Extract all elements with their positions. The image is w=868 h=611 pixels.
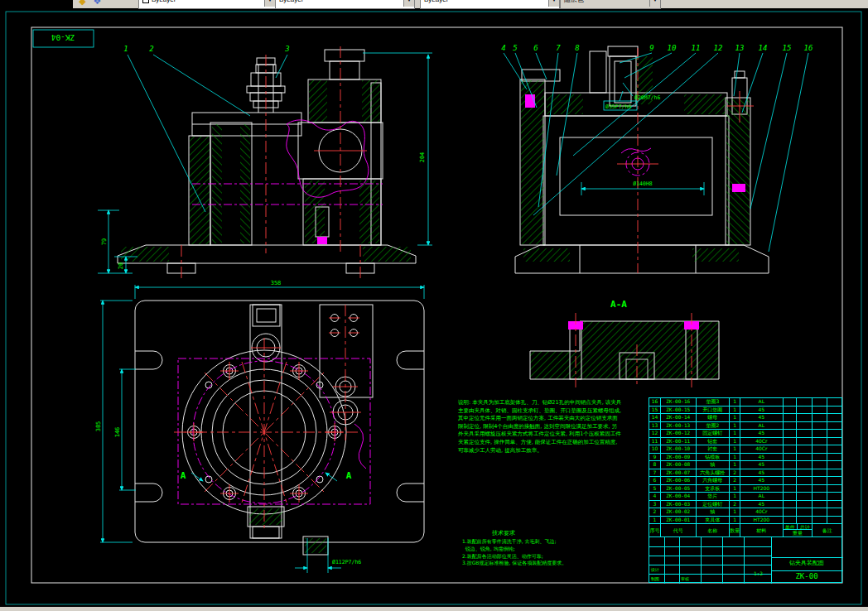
scale-value: 1:2 [754,570,763,576]
dim-label: 20 [118,262,124,269]
assembly-notes: 说明: 本夹具为加工底架体孔、刀、钻Ø21孔的中间销点夹具, 该夹具 主要由夹具… [458,399,639,455]
col-header-weight: 单件 总计 重量 [784,524,813,536]
plan-dimensions [100,285,424,573]
table-row: 3ZK-00-03定位螺钉 245 [649,501,841,509]
designer-label: 设计 [651,567,659,572]
fit-label: Ø35P7/h6 [605,103,631,110]
dim-label: Ø112P7/h6 [332,559,361,565]
side-view [504,46,808,273]
table-row: 16ZK-00-16垫圈3 1AL [649,398,841,407]
table-row: 5ZK-00-05支承板 1HT200 [649,485,841,493]
dim-label: 204 [419,152,426,163]
table-row: 13ZK-00-13垫圈2 1AL [649,422,841,431]
balloon-label: 13 [735,44,745,52]
parts-list-table: 16ZK-00-16垫圈3 1AL 15ZK-00-15开口垫圈 145 14Z… [649,397,842,537]
corner-drawing-number: ZK-04 [51,33,75,42]
dim-label: 385 [95,421,102,432]
section-title: A-A [610,299,627,310]
dim-label: 358 [271,280,282,286]
bom-rows: 16ZK-00-16垫圈3 1AL 15ZK-00-15开口垫圈 145 14Z… [649,398,841,524]
table-row: 7ZK-00-07六角头螺栓 245 [649,469,841,478]
table-row: 2ZK-00-02轴 140Cr [649,508,841,517]
section-marker: A [346,470,352,481]
table-row: 1ZK-00-01夹具体 1HT200 [649,517,841,525]
col-header-material: 材料 [740,524,784,536]
balloon-label: 10 [668,44,677,52]
title-block: 设计 制图 审核 1:2 钻夹具装配图 ZK-00 [649,536,842,583]
bom-header-row: 序号 代号 名称 数量 材料 单件 总计 重量 备注 [649,524,841,536]
balloon-label: 3 [284,45,289,53]
table-row: 15ZK-00-15开口垫圈 145 [649,407,841,415]
dim-label: Ø140H8 [633,180,653,187]
balloon-label: 16 [804,44,813,52]
section-view [530,313,719,387]
status-bar [0,607,868,611]
balloon-label: 1 [123,45,128,53]
table-row: 11ZK-00-11钻套 140Cr [649,438,841,446]
table-row: 12ZK-00-12固定螺钉 145 [649,430,841,438]
balloon-label: 5 [513,44,517,52]
balloon-label: 8 [575,44,579,52]
table-row: 6ZK-00-06六角螺母 245 [649,477,841,485]
table-row: 8ZK-00-08轴 145 [649,461,841,469]
balloon-label: 15 [783,44,792,52]
balloon-label: 9 [649,44,653,52]
plan-view [100,285,424,573]
front-view [98,46,432,278]
balloon-label: 2 [149,45,153,53]
table-row: 9ZK-00-09钻模板 145 [649,454,841,462]
balloon-label: 14 [759,44,768,52]
dim-label: 146 [114,427,121,438]
cad-application-window: ◆ ❖ ByLayer ▼ ByLayer ▼ ByLayer ▼ 随层色 ▼ [0,0,868,611]
fit-label: Ø20M7/h6 [634,94,660,101]
balloon-label: 11 [692,44,701,52]
balloon-label: 7 [556,44,561,52]
drafter-label: 制图 [651,576,659,581]
col-header-qty: 数量 [730,524,740,536]
balloon-label: 12 [714,44,723,52]
drawing-number: ZK-00 [772,572,841,580]
table-row: 4ZK-00-04垫片 1AL [649,493,841,501]
drawing-title: 钻夹具装配图 [772,559,841,567]
dim-label: 79 [101,238,108,245]
col-header-code: 代号 [661,524,697,536]
side-dimensions [504,53,808,252]
table-row: 14ZK-00-14螺母 145 [649,414,841,422]
col-header-name: 名称 [697,524,731,536]
section-marker: A [181,470,186,481]
tech-requirements-title: 技术要求 [492,529,515,537]
col-header-remark: 备注 [813,524,841,536]
tech-requirements: 1.装配前所有零件清洗干净, 去毛刺、飞边; 锐边、锐角, 均需倒钝; 2.装配… [462,538,567,567]
balloon-label: 6 [533,44,538,52]
table-row: 10ZK-00-10衬套 140Cr [649,445,841,454]
col-header-seq: 序号 [649,524,661,536]
balloon-label: 4 [501,44,505,52]
checker-label: 审核 [681,576,689,581]
